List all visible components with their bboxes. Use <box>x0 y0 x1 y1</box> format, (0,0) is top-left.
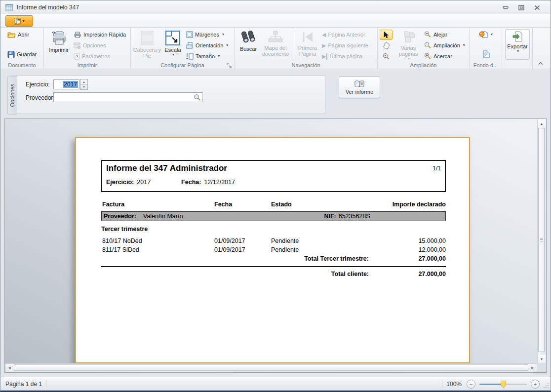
ribbon-group-ampliacion: Varias páginas ▾ Alejar <box>378 28 470 69</box>
report-menu-icon <box>14 18 21 25</box>
opciones-button[interactable]: Opciones <box>72 40 128 50</box>
guardar-button[interactable]: Guardar <box>5 49 42 59</box>
table-row: 810/17 NoDed 01/09/2017 Pendiente 15.000… <box>101 237 446 245</box>
parametros-button[interactable]: ? Parámetros <box>72 51 128 61</box>
alejar-label: Alejar <box>433 32 447 38</box>
maximize-button[interactable] <box>517 4 526 11</box>
scroll-left-button[interactable]: ◀ <box>5 364 13 372</box>
magnifier-dot-icon <box>383 53 390 60</box>
imprimir-button[interactable]: ? Imprimir <box>46 29 72 62</box>
abrir-button[interactable]: Abrir <box>5 30 42 39</box>
spin-up-icon[interactable]: ▲ <box>80 79 87 85</box>
provider-name: Valentín Marín <box>143 213 183 220</box>
group-separator <box>293 31 293 60</box>
options-panel: Opciones Ejercicio: 2017 ▲ ▼ Proveedor: <box>10 76 325 114</box>
chevron-down-icon: ▾ <box>22 19 24 23</box>
pagina-anterior-button[interactable]: ◀ Página Anterior <box>320 30 370 39</box>
page-size-icon <box>186 53 194 60</box>
application-menu-button[interactable]: ▾ <box>5 15 33 27</box>
zoom-tool-button[interactable] <box>380 51 393 61</box>
export-icon <box>512 31 522 42</box>
scroll-down-button[interactable]: ▼ <box>538 355 546 363</box>
spin-down-icon[interactable]: ▼ <box>80 85 87 90</box>
buscar-button[interactable]: Buscar <box>236 29 260 62</box>
options-tab-label: Opciones <box>9 84 15 107</box>
minimize-icon <box>503 6 509 9</box>
ribbon-group-navegacion: Buscar Mapa del documento <box>235 28 378 69</box>
report-fecha-label: Fecha: <box>181 179 201 186</box>
app-window: Informe del modelo 347 <box>0 0 551 392</box>
horizontal-scroll-thumb[interactable] <box>14 364 528 371</box>
vertical-scrollbar[interactable]: ▲ ▼ <box>537 119 546 363</box>
acercar-button[interactable]: Acercar <box>422 51 467 61</box>
color-fondo-button[interactable]: ▾ <box>477 30 495 39</box>
group-label-documento: Documento <box>0 62 43 68</box>
zoom-slider[interactable] <box>479 380 527 389</box>
tamano-button[interactable]: Tamaño ▾ <box>184 51 230 61</box>
primera-pagina-button[interactable]: Primera Página <box>295 29 320 62</box>
hand-tool-button[interactable] <box>380 40 393 51</box>
varias-paginas-button[interactable]: Varias páginas ▾ <box>394 29 422 62</box>
resize-grip[interactable] <box>543 382 550 391</box>
save-floppy-icon <box>7 51 15 58</box>
hand-icon <box>383 42 390 49</box>
chevron-down-icon: ▾ <box>218 54 220 58</box>
col-fecha: Fecha <box>214 201 232 208</box>
ribbon-filler <box>533 28 551 69</box>
minimize-button[interactable] <box>501 4 510 11</box>
report-section-title: Tercer trimestre <box>101 226 446 233</box>
orientacion-button[interactable]: Orientación ▾ <box>184 40 230 50</box>
margenes-button[interactable]: Márgenes ▾ <box>184 30 230 39</box>
horizontal-scrollbar[interactable]: ◀ ▶ <box>5 363 537 372</box>
abrir-label: Abrir <box>18 32 29 38</box>
close-button[interactable] <box>533 4 542 11</box>
binoculars-icon <box>240 31 257 44</box>
col-estado: Estado <box>271 201 292 208</box>
pagina-siguiente-button[interactable]: ▶ Página siguiente <box>320 40 370 50</box>
search-icon[interactable] <box>194 94 201 101</box>
zoom-slider-thumb[interactable] <box>500 380 507 390</box>
pointer-tool-button[interactable] <box>380 30 393 40</box>
ultima-pagina-button[interactable]: ▶ Última página <box>320 51 370 61</box>
guardar-label: Guardar <box>17 51 37 57</box>
ver-informe-button[interactable]: Ver informe <box>339 77 380 98</box>
total-cliente-label: Total cliente: <box>331 271 369 277</box>
group-label-fondo: Fondo d... <box>470 62 502 68</box>
zoom-out-button[interactable]: − <box>467 380 475 389</box>
mapa-documento-button[interactable]: Mapa del documento <box>260 29 291 62</box>
escala-button[interactable]: Escala ▾ <box>161 29 184 62</box>
alejar-button[interactable]: Alejar <box>422 30 467 39</box>
proveedor-input[interactable] <box>54 93 194 101</box>
statusbar-separator <box>46 380 46 389</box>
ribbon: Abrir Guardar Documento ? <box>0 28 551 69</box>
ampliacion-button[interactable]: Ampliación ▾ <box>422 40 467 50</box>
chevron-down-icon: ▾ <box>408 57 410 61</box>
group-label-ampliacion: Ampliación <box>378 62 469 68</box>
status-bar: Página 1 de 1 100% − + <box>0 377 551 391</box>
margenes-label: Márgenes <box>195 32 219 38</box>
zoom-in-button[interactable]: + <box>531 380 540 389</box>
collapse-ribbon-button[interactable] <box>536 60 546 67</box>
ejercicio-spinner[interactable]: ▲ ▼ <box>80 79 88 90</box>
marca-agua-button[interactable] <box>480 49 492 59</box>
report-provider-band: Proveedor: Valentín Marín NIF: 65235628S <box>101 211 446 221</box>
chevron-down-icon: ▾ <box>226 43 228 47</box>
buscar-label: Buscar <box>240 46 257 52</box>
cabecera-pie-button[interactable]: Cabecera y Pie <box>133 29 161 62</box>
scroll-right-button[interactable]: ▶ <box>529 364 537 372</box>
scroll-up-button[interactable]: ▲ <box>538 119 546 127</box>
slider-thumb-icon <box>500 380 507 389</box>
vertical-scroll-thumb[interactable] <box>538 128 545 352</box>
nif-label: NIF: <box>324 213 336 220</box>
varias-paginas-label: Varias páginas <box>394 45 422 57</box>
ribbon-group-configurar-pagina: Cabecera y Pie Escala ▾ <box>131 28 235 69</box>
parametros-label: Parámetros <box>82 53 110 59</box>
impresion-rapida-button[interactable]: Impresión Rápida <box>72 30 128 39</box>
window-title: Informe del modelo 347 <box>17 4 79 11</box>
app-icon <box>5 4 13 11</box>
ejercicio-input[interactable]: 2017 <box>53 79 79 89</box>
primera-pagina-label: Primera Página <box>295 45 320 57</box>
exportar-button[interactable]: Exportar ▾ <box>505 29 530 60</box>
row-factura: 810/17 NoDed <box>102 237 142 244</box>
imprimir-label: Imprimir <box>49 47 69 53</box>
